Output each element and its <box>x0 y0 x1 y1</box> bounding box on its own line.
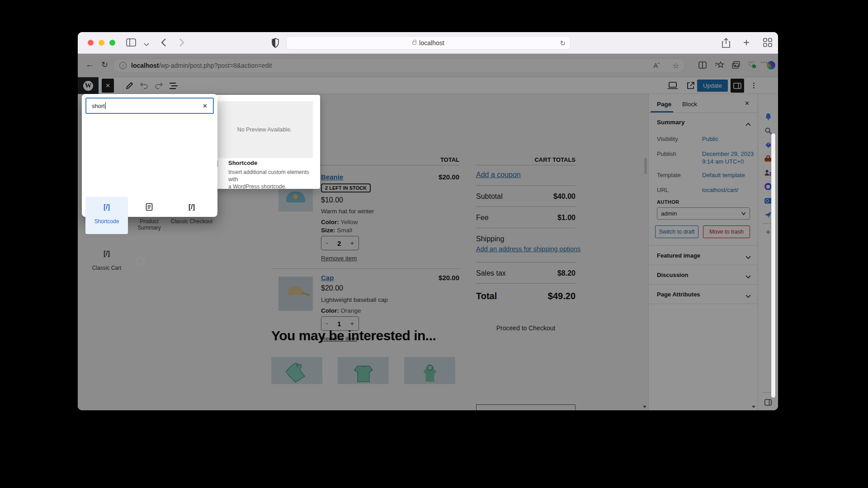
block-result-label: Classic Checkout <box>171 218 213 225</box>
traffic-zoom-button[interactable] <box>109 40 115 46</box>
new-tab-icon[interactable]: + <box>743 36 750 49</box>
page-scrollbar-thumb[interactable] <box>771 133 775 398</box>
tab-overview-icon[interactable] <box>763 38 772 49</box>
back-button[interactable] <box>161 38 166 49</box>
block-preview-panel: No Preview Available. [/] Shortcode Inse… <box>209 95 320 189</box>
block-result-classic-checkout[interactable]: [/] Classic Checkout <box>170 197 213 234</box>
preview-description-line1: Insert additional custom elements with <box>228 169 309 183</box>
search-value: short <box>92 103 105 109</box>
privacy-shield-icon[interactable] <box>271 38 279 50</box>
no-preview-box: No Preview Available. <box>216 101 313 158</box>
safari-window: localhost ↻ + ← ↻ i localhost/wp-admin/p… <box>78 32 778 410</box>
reload-icon[interactable]: ↻ <box>560 39 566 47</box>
address-text: localhost <box>419 39 444 47</box>
text-caret <box>105 102 106 109</box>
block-result-classic-cart[interactable]: [/] Classic Cart <box>85 243 128 275</box>
forward-button[interactable] <box>179 38 184 49</box>
block-result-product-summary[interactable]: Product Summary <box>128 197 170 234</box>
clear-search-icon[interactable]: ✕ <box>203 103 208 109</box>
shortcode-icon: [/] <box>104 203 110 215</box>
desktop: localhost ↻ + ← ↻ i localhost/wp-admin/p… <box>0 0 868 488</box>
safari-toolbar: localhost ↻ + <box>78 32 778 54</box>
block-result-shortcode[interactable]: [/] Shortcode <box>85 197 128 234</box>
preview-title: Shortcode <box>228 160 257 166</box>
block-result-label: Classic Cart <box>92 265 122 271</box>
share-icon[interactable] <box>722 38 731 50</box>
chevron-down-icon[interactable] <box>144 40 149 48</box>
document-icon <box>146 203 153 215</box>
shortcode-icon: [/] <box>189 203 195 215</box>
preview-description-line2: a WordPress shortcode. <box>228 183 287 190</box>
block-inserter-popup: short ✕ [/] Shortcode Product Summary [/… <box>82 94 217 217</box>
address-bar[interactable]: localhost ↻ <box>286 36 571 50</box>
lock-icon <box>412 42 416 45</box>
block-result-label: Shortcode <box>94 218 119 225</box>
traffic-close-button[interactable] <box>88 40 94 46</box>
traffic-minimize-button[interactable] <box>99 40 104 46</box>
block-result-label: Product Summary <box>128 218 170 231</box>
block-search-input[interactable]: short ✕ <box>85 98 214 114</box>
shortcode-icon: [/] <box>104 249 110 261</box>
sidebar-toggle-icon[interactable] <box>126 38 137 49</box>
